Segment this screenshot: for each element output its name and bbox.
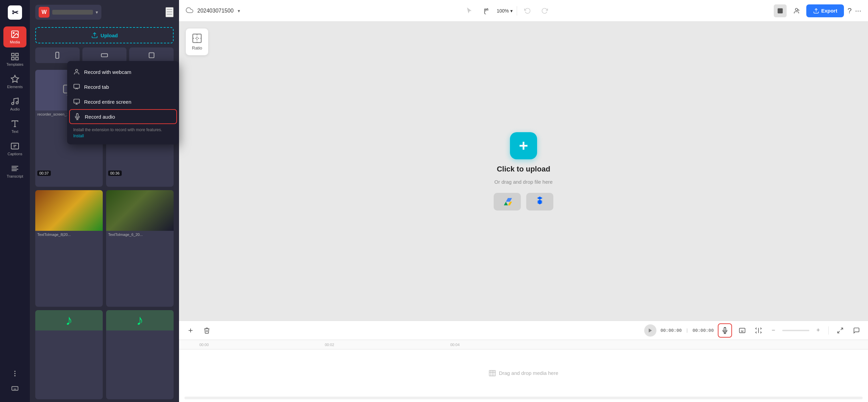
timeline-mark-0: 00:00 (199, 343, 209, 347)
app-logo[interactable]: ✂ (6, 4, 23, 21)
toolbar-divider-2 (828, 326, 829, 335)
timeline-zoom-out-button[interactable]: − (769, 326, 778, 335)
zoom-display[interactable]: 100% ▾ (497, 8, 513, 14)
canvas-area: Ratio Click to upload Or drag and drop f… (179, 22, 868, 321)
dropbox-button[interactable] (526, 193, 553, 210)
svg-line-53 (841, 328, 843, 330)
sidebar-item-media[interactable]: Media (3, 26, 26, 47)
sidebar-item-captions[interactable]: Captions (3, 138, 26, 159)
install-extension-link[interactable]: Install (73, 134, 84, 138)
timeline-zoom-in-button[interactable]: + (813, 326, 823, 335)
media-item[interactable]: TextToImage_8|20... (35, 190, 103, 307)
timeline-drop-zone[interactable]: Drag and drop media here (179, 349, 868, 397)
sidebar-item-templates[interactable]: Templates (3, 49, 26, 70)
timeline-captions-button[interactable] (736, 324, 748, 337)
zoom-chevron-icon: ▾ (510, 8, 513, 14)
svg-rect-40 (777, 8, 783, 13)
timeline-current-time: 00:00:00 (660, 328, 682, 333)
export-button[interactable]: Export (806, 4, 844, 17)
ratio-button[interactable]: Ratio (186, 28, 208, 55)
svg-rect-28 (101, 54, 107, 57)
hand-tool-button[interactable] (480, 4, 493, 17)
workspace-selector[interactable]: W ▾ (35, 5, 101, 20)
svg-point-18 (15, 371, 15, 372)
record-screen-label: Record entire screen (84, 99, 131, 105)
timeline-grid-icon (489, 369, 496, 377)
upload-label: Upload (101, 33, 118, 38)
media-thumbnail (35, 190, 103, 231)
sidebar-item-elements[interactable]: Elements (3, 71, 26, 92)
timeline-comment-button[interactable] (850, 324, 863, 337)
help-button[interactable]: ? (847, 6, 851, 15)
svg-rect-51 (739, 328, 745, 333)
project-name-chevron-icon[interactable]: ▾ (238, 8, 240, 14)
google-drive-button[interactable] (494, 193, 521, 210)
svg-point-8 (12, 102, 14, 105)
timeline-delete-button[interactable] (201, 324, 213, 337)
frame-button[interactable] (774, 4, 787, 17)
sidebar-item-audio[interactable]: Audio (3, 94, 26, 115)
ratio-label: Ratio (192, 45, 202, 51)
upload-drop-zone[interactable]: Click to upload Or drag and drop file he… (206, 22, 841, 321)
record-webcam-label: Record with webcam (84, 69, 131, 75)
svg-point-19 (15, 376, 15, 376)
upload-title: Click to upload (497, 165, 550, 174)
sidebar-item-text[interactable]: Text (3, 116, 26, 137)
timeline-zoom-track (782, 330, 809, 331)
media-item[interactable]: ♪ (106, 310, 174, 399)
timeline-mark-4: 00:04 (450, 343, 460, 347)
toolbar-left: 202403071500 ▾ (186, 6, 240, 15)
record-webcam-option[interactable]: Record with webcam (67, 64, 179, 79)
svg-rect-27 (56, 52, 59, 58)
svg-rect-35 (74, 99, 80, 103)
record-tab-label: Record tab (84, 84, 109, 90)
zoom-value: 100% (497, 8, 509, 14)
top-toolbar: 202403071500 ▾ 100% ▾ (179, 0, 868, 22)
timeline-scrollbar[interactable] (184, 397, 863, 399)
expand-sidebar-button[interactable] (3, 367, 26, 380)
media-thumbnail: ♪ (35, 310, 103, 330)
redo-button[interactable] (538, 4, 551, 17)
svg-line-54 (838, 331, 840, 333)
svg-point-33 (76, 69, 78, 72)
svg-point-41 (795, 8, 798, 11)
timeline-fit-button[interactable] (834, 324, 846, 337)
svg-point-9 (16, 102, 18, 104)
panel-header: W ▾ ☰ (30, 0, 179, 24)
timeline-total-time: 00:00:00 (692, 328, 714, 333)
record-audio-option[interactable]: Record audio (69, 109, 177, 124)
share-button[interactable] (790, 4, 803, 17)
pointer-tool-button[interactable] (463, 4, 476, 17)
svg-rect-34 (74, 84, 80, 88)
timeline-split-button[interactable] (752, 324, 765, 337)
sidebar-item-transcript[interactable]: Transcript (3, 161, 26, 182)
timeline-drop-label: Drag and drop media here (499, 370, 558, 376)
svg-rect-12 (11, 143, 19, 149)
keyboard-shortcut-button[interactable] (3, 382, 26, 395)
left-panel: W ▾ ☰ Upload (30, 0, 179, 402)
upload-button[interactable]: Upload (35, 27, 174, 43)
record-screen-option[interactable]: Record entire screen (67, 94, 179, 109)
timeline: 00:00:00 | 00:00:00 (179, 321, 868, 402)
timeline-play-button[interactable] (644, 324, 656, 337)
cloud-storage-buttons (494, 193, 553, 210)
timeline-insert-button[interactable] (184, 324, 197, 337)
media-item[interactable]: TextToImage_6_20... (106, 190, 174, 307)
record-dropdown-menu: Record with webcam Record tab Record ent… (67, 61, 179, 144)
workspace-name-bar (52, 10, 93, 15)
svg-marker-48 (649, 328, 652, 333)
timeline-time-separator: | (686, 328, 689, 333)
undo-button[interactable] (521, 4, 534, 17)
media-thumbnail: ♪ (106, 310, 174, 330)
media-duration-badge: 00:36 (108, 170, 122, 176)
svg-rect-5 (16, 53, 18, 56)
upload-plus-button[interactable] (510, 132, 537, 159)
timeline-toolbar: 00:00:00 | 00:00:00 (179, 321, 868, 340)
more-options-button[interactable]: ··· (855, 6, 861, 15)
timeline-record-audio-button[interactable] (718, 323, 732, 338)
workspace-chevron-icon: ▾ (96, 9, 98, 15)
icon-bar: ✂ Media Templates Elements Audio (0, 0, 30, 402)
media-item[interactable]: ♪ (35, 310, 103, 399)
panel-menu-button[interactable]: ☰ (165, 7, 174, 17)
record-tab-option[interactable]: Record tab (67, 79, 179, 94)
